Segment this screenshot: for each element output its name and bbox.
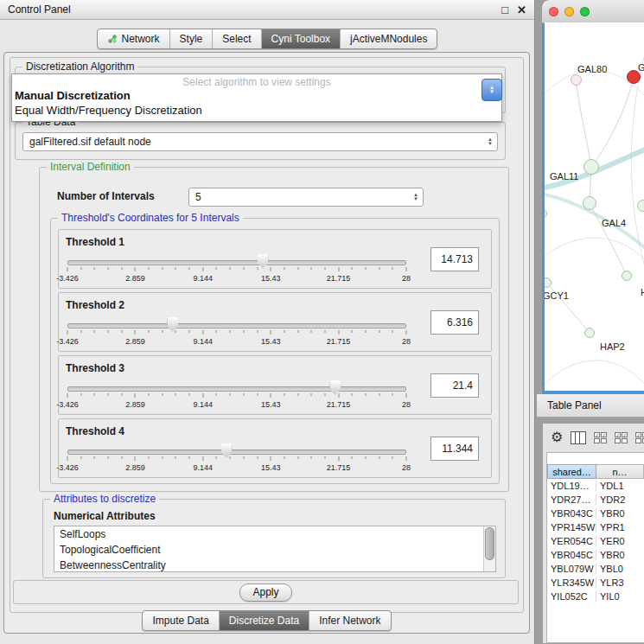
tab-network[interactable]: Network xyxy=(98,29,170,48)
cell-shared-name[interactable]: YPR145W xyxy=(547,522,596,532)
threshold-value-box[interactable]: 14.713 xyxy=(430,247,479,271)
cell-shared-name[interactable]: YIL052C xyxy=(547,591,596,602)
slider-tick xyxy=(216,456,217,459)
table-row[interactable]: YDR27…YDR2 xyxy=(547,493,644,507)
scrollbar-thumb[interactable] xyxy=(485,527,494,560)
scale-label: -3.426 xyxy=(56,463,79,472)
gear-icon[interactable]: ⚙ xyxy=(551,430,563,444)
slider-scale: -3.4262.8599.14415.4321.71528 xyxy=(67,337,406,346)
tab-select[interactable]: Select xyxy=(213,29,261,48)
cell-shared-name[interactable]: YER054C xyxy=(547,536,596,546)
table-row[interactable]: YPR145WYPR1 xyxy=(547,520,644,534)
tab-style[interactable]: Style xyxy=(170,29,214,48)
network-node-label: GAL11 xyxy=(550,171,578,182)
cell-name[interactable]: YBR0 xyxy=(596,550,644,560)
cell-shared-name[interactable]: YLR345W xyxy=(547,577,596,588)
select-columns-icon[interactable]: ✓✓ xyxy=(594,432,607,443)
list-scrollbar[interactable] xyxy=(483,526,495,571)
select-rows-icon[interactable]: ✓✓ xyxy=(615,432,628,443)
cell-name[interactable]: YLR3 xyxy=(596,577,644,588)
columns-icon[interactable] xyxy=(571,431,586,444)
threshold-value-box[interactable]: 21.4 xyxy=(430,373,479,398)
tab-cyni-toolbox[interactable]: Cyni Toolbox xyxy=(262,29,341,48)
dropdown-option-manual-discretization[interactable]: Manual Discretization xyxy=(12,88,501,103)
slider-tick xyxy=(311,330,312,333)
cell-name[interactable]: YBR0 xyxy=(596,508,644,519)
slider-tick xyxy=(284,393,284,396)
threshold-slider[interactable]: -3.4262.8599.14415.4321.71528 xyxy=(67,379,406,411)
dropdown-option-equal-width-frequency[interactable]: Equal Width/Frequency Discretization xyxy=(12,103,501,118)
attribute-item[interactable]: SelfLoops xyxy=(54,526,495,542)
close-light-icon[interactable] xyxy=(549,7,558,16)
slider-ticks xyxy=(67,393,406,399)
bottom-tab-bar: Impute Data Discretize Data Infer Networ… xyxy=(4,610,529,631)
network-node[interactable] xyxy=(637,200,644,212)
network-node[interactable] xyxy=(583,196,596,210)
tab-impute-data[interactable]: Impute Data xyxy=(143,611,219,630)
table-row[interactable]: YBR045CYBR0 xyxy=(547,548,644,562)
scale-label: -3.426 xyxy=(56,337,79,346)
numerical-attributes-list[interactable]: SelfLoopsTopologicalCoefficientBetweenne… xyxy=(54,526,496,572)
tab-strip: Network Style Select Cyni Toolbox jActiv… xyxy=(97,29,438,49)
slider-tick xyxy=(392,267,393,270)
network-node[interactable] xyxy=(583,159,599,175)
apply-button[interactable]: Apply xyxy=(239,583,291,602)
cell-name[interactable]: YPR1 xyxy=(596,522,644,532)
float-window-icon[interactable]: □ xyxy=(501,3,508,16)
column-header-shared-name[interactable]: shared… xyxy=(547,464,596,479)
network-node-label: HAP2 xyxy=(600,341,625,352)
slider-tick xyxy=(324,330,325,333)
threshold-slider[interactable]: -3.4262.8599.14415.4321.71528 xyxy=(67,316,406,348)
table-row[interactable]: YIL052CYIL0 xyxy=(547,590,644,603)
select-all-icon[interactable]: ✓✓ xyxy=(635,432,644,443)
algorithm-combo-stepper[interactable]: ▲▼ xyxy=(481,79,502,101)
cell-shared-name[interactable]: YBR043C xyxy=(547,508,596,519)
zoom-light-icon[interactable] xyxy=(580,7,590,16)
traffic-lights xyxy=(549,7,590,16)
slider-track[interactable] xyxy=(67,450,406,455)
slider-track[interactable] xyxy=(67,260,406,265)
slider-track[interactable] xyxy=(67,386,406,392)
tab-discretize-data[interactable]: Discretize Data xyxy=(220,611,309,630)
table-data-combo[interactable]: galFiltered.sif default node ▲▼ xyxy=(22,132,498,151)
table-row[interactable]: YDL19…YDL1 xyxy=(547,479,644,493)
scale-label: 21.715 xyxy=(327,274,351,283)
table-row[interactable]: YBR043CYBR0 xyxy=(547,507,644,520)
cell-name[interactable]: YIL0 xyxy=(596,591,644,602)
table-row[interactable]: YLR345WYLR3 xyxy=(547,576,644,590)
cell-shared-name[interactable]: YDR27… xyxy=(547,494,596,505)
network-node[interactable] xyxy=(571,74,582,86)
slider-track[interactable] xyxy=(67,323,406,328)
network-node[interactable] xyxy=(584,328,595,338)
slider-tick xyxy=(324,393,325,396)
number-of-intervals-combo[interactable]: 5 ▲▼ xyxy=(188,188,424,207)
network-node[interactable] xyxy=(622,271,632,281)
table-row[interactable]: YER054CYER0 xyxy=(547,534,644,548)
minimize-light-icon[interactable] xyxy=(564,7,574,16)
cell-name[interactable]: YDR2 xyxy=(596,494,644,505)
cell-name[interactable]: YER0 xyxy=(596,536,644,546)
cell-shared-name[interactable]: YDL19… xyxy=(547,481,596,491)
tab-jactivemodules[interactable]: jActiveMNodules xyxy=(341,29,437,48)
slider-tick xyxy=(80,330,81,333)
slider-tick xyxy=(324,267,325,270)
threshold-slider[interactable]: -3.4262.8599.14415.4321.71528 xyxy=(67,252,406,285)
network-canvas[interactable]: GAL80GAGAL11GAL4GCY1HHAP2 xyxy=(545,22,644,391)
group-title: Threshold's Coordinates for 5 Intervals xyxy=(58,212,243,224)
threshold-block: Threshold 3-3.4262.8599.14415.4321.71528… xyxy=(58,355,492,415)
cell-shared-name[interactable]: YBR045C xyxy=(547,550,596,560)
attribute-item[interactable]: TopologicalCoefficient xyxy=(54,542,495,558)
tab-infer-network[interactable]: Infer Network xyxy=(309,611,390,630)
table-row[interactable]: YBL079WYBL0 xyxy=(547,562,644,576)
threshold-value-box[interactable]: 6.316 xyxy=(430,310,479,335)
threshold-value-box[interactable]: 11.344 xyxy=(430,437,479,461)
cell-shared-name[interactable]: YBL079W xyxy=(547,564,596,574)
attribute-item[interactable]: BetweennessCentrality xyxy=(54,558,495,572)
cell-name[interactable]: YBL0 xyxy=(596,564,644,574)
column-header-name[interactable]: n… xyxy=(596,464,644,479)
table-panel-title: Table Panel xyxy=(547,399,602,411)
cell-name[interactable]: YDL1 xyxy=(596,481,644,491)
close-icon[interactable]: ✕ xyxy=(517,3,526,16)
threshold-slider[interactable]: -3.4262.8599.14415.4321.71528 xyxy=(67,442,406,475)
scale-label: 15.43 xyxy=(261,463,281,472)
